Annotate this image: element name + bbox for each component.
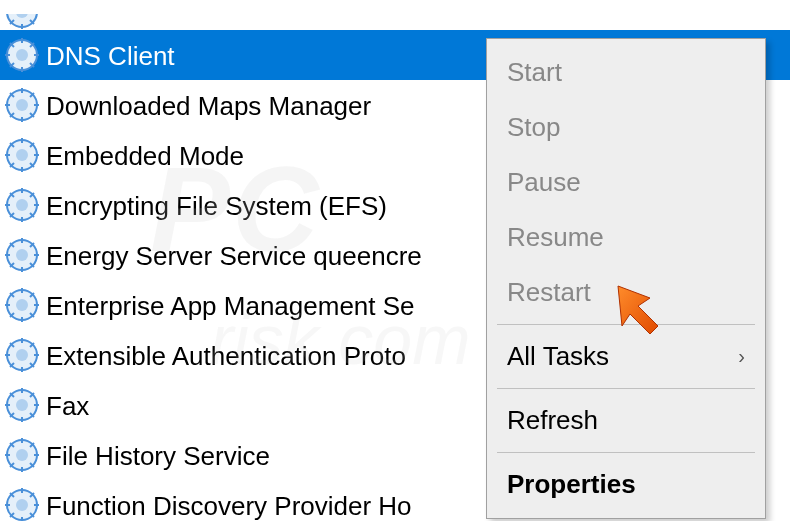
menu-label: Resume [507, 222, 604, 253]
menu-start[interactable]: Start [489, 45, 763, 100]
gear-icon [4, 237, 40, 273]
service-name: File History Service [46, 439, 270, 472]
gear-icon [4, 87, 40, 123]
context-menu: Start Stop Pause Resume Restart All Task… [486, 38, 766, 519]
svg-point-11 [16, 49, 28, 61]
menu-label: Properties [507, 469, 636, 500]
service-name: Energy Server Service queencre [46, 239, 422, 272]
menu-pause[interactable]: Pause [489, 155, 763, 210]
svg-point-61 [16, 299, 28, 311]
svg-point-101 [16, 499, 28, 511]
menu-label: Refresh [507, 405, 598, 436]
service-name: Enterprise App Management Se [46, 289, 415, 322]
service-name: Function Discovery Provider Ho [46, 489, 412, 522]
gear-icon [4, 137, 40, 173]
service-name: Downloaded Maps Manager [46, 89, 371, 122]
gear-icon [4, 487, 40, 521]
menu-label: Stop [507, 112, 561, 143]
svg-point-31 [16, 149, 28, 161]
service-name: Embedded Mode [46, 139, 244, 172]
menu-properties[interactable]: Properties [489, 457, 763, 512]
menu-resume[interactable]: Resume [489, 210, 763, 265]
menu-stop[interactable]: Stop [489, 100, 763, 155]
menu-label: Pause [507, 167, 581, 198]
service-name: Extensible Authentication Proto [46, 339, 406, 372]
svg-point-71 [16, 349, 28, 361]
svg-point-91 [16, 449, 28, 461]
menu-separator [497, 388, 755, 389]
svg-point-81 [16, 399, 28, 411]
svg-point-21 [16, 99, 28, 111]
gear-icon [4, 187, 40, 223]
menu-separator [497, 452, 755, 453]
service-row-partial [0, 14, 790, 30]
service-name: Fax [46, 389, 89, 422]
menu-all-tasks[interactable]: All Tasks › [489, 329, 763, 384]
service-name: Encrypting File System (EFS) [46, 189, 387, 222]
menu-separator [497, 324, 755, 325]
menu-label: Start [507, 57, 562, 88]
gear-icon [4, 37, 40, 73]
gear-icon [4, 387, 40, 423]
menu-restart[interactable]: Restart [489, 265, 763, 320]
gear-icon [4, 437, 40, 473]
svg-point-41 [16, 199, 28, 211]
menu-refresh[interactable]: Refresh [489, 393, 763, 448]
menu-label: Restart [507, 277, 591, 308]
gear-icon [4, 337, 40, 373]
menu-label: All Tasks [507, 341, 609, 372]
service-name: DNS Client [46, 39, 175, 72]
chevron-right-icon: › [738, 345, 745, 368]
gear-icon [4, 287, 40, 323]
svg-point-51 [16, 249, 28, 261]
gear-icon [4, 14, 40, 30]
